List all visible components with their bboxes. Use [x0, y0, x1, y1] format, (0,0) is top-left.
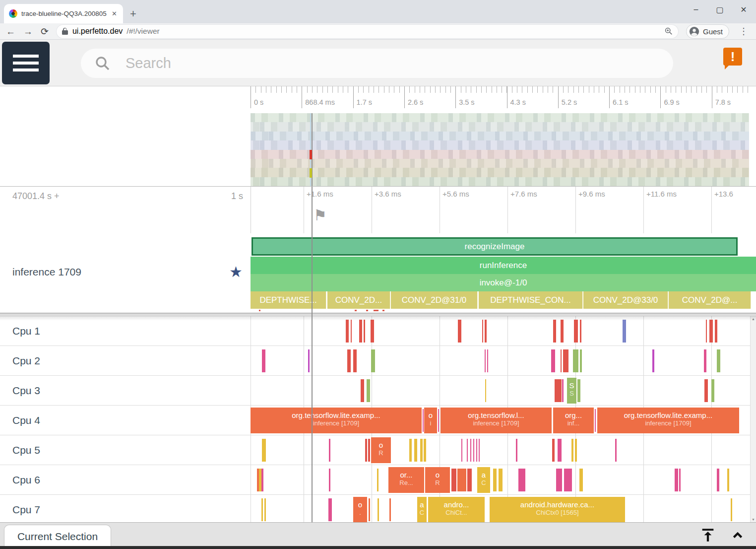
slice-run-inference[interactable]: runInference	[251, 257, 756, 274]
cpu-slice[interactable]	[371, 349, 375, 372]
cpu-slice[interactable]	[485, 320, 487, 343]
cpu-slice[interactable]	[487, 349, 488, 372]
cpu-slice[interactable]	[261, 498, 263, 521]
expand-panel-icon[interactable]	[729, 527, 746, 544]
cpu-slice[interactable]	[717, 349, 720, 372]
cpu-slice[interactable]	[706, 320, 707, 343]
dock-to-top-icon[interactable]	[699, 527, 716, 544]
report-error-button[interactable]: !	[723, 48, 742, 66]
cpu-slice[interactable]	[346, 320, 349, 343]
cpu-slice[interactable]	[467, 469, 472, 491]
cpu-slice[interactable]	[262, 439, 266, 462]
scrollbar-down-icon[interactable]: ▼	[751, 518, 756, 521]
cpu-slice[interactable]: org.tensorflow.lite.examp...inference [1…	[251, 408, 422, 433]
track-label-inference[interactable]: inference 1709	[12, 266, 81, 278]
cpu-slice[interactable]	[562, 379, 564, 402]
cpu-slice[interactable]	[365, 439, 367, 462]
cpu-track-label[interactable]: Cpu 5	[12, 435, 40, 465]
zoom-page-icon[interactable]	[664, 27, 673, 36]
minimap-band[interactable]	[251, 150, 749, 159]
cpu-slice[interactable]	[361, 379, 364, 402]
cpu-slice[interactable]	[574, 320, 578, 343]
cpu-slice[interactable]	[424, 439, 426, 462]
trace-overview-minimap[interactable]	[0, 113, 756, 187]
pin-star-icon[interactable]: ★	[229, 263, 243, 280]
cpu-track-label[interactable]: Cpu 7	[12, 495, 40, 522]
cpu-slice[interactable]	[553, 320, 556, 343]
cpu-slice[interactable]	[615, 439, 617, 462]
browser-menu-icon[interactable]: ⋮	[737, 26, 750, 37]
cpu-slice[interactable]	[414, 439, 417, 462]
cpu-slice[interactable]: android.hardware.ca...ChiCtx0 [1565]	[490, 497, 625, 522]
cpu-slice[interactable]	[577, 379, 580, 402]
op-slice[interactable]: CONV_2D@33/0	[583, 291, 668, 309]
cpu-slice[interactable]	[580, 320, 581, 343]
cpu-slice[interactable]	[378, 498, 379, 521]
search-bar[interactable]	[81, 49, 673, 78]
cpu-slice[interactable]	[367, 379, 370, 402]
cpu-slice[interactable]	[467, 439, 468, 462]
cpu-slice[interactable]	[377, 469, 378, 491]
cpu-slice[interactable]	[717, 469, 719, 491]
cpu-slice[interactable]	[715, 320, 717, 343]
cpu-slice[interactable]	[451, 469, 456, 491]
cpu-slice[interactable]	[679, 469, 681, 491]
cpu-slice[interactable]	[731, 498, 732, 521]
cpu-slice[interactable]	[516, 439, 517, 462]
cpu-slice[interactable]	[711, 379, 714, 402]
profile-chip[interactable]: Guest	[686, 24, 729, 39]
cpu-slice[interactable]	[482, 320, 483, 343]
search-input[interactable]	[126, 55, 660, 71]
slice-invoke[interactable]: invoke@-1/0	[251, 274, 756, 291]
cpu-slice[interactable]	[351, 320, 352, 343]
op-slice[interactable]: CONV_2D...	[327, 291, 390, 309]
cpu-slice[interactable]	[423, 409, 424, 432]
cpu-slice[interactable]	[461, 439, 462, 462]
cpu-slice[interactable]	[359, 320, 362, 343]
cpu-slice[interactable]	[420, 439, 423, 462]
cpu-slice[interactable]	[328, 498, 332, 521]
flag-marker-icon[interactable]: ⚑	[314, 206, 327, 224]
tab-current-selection[interactable]: Current Selection	[4, 525, 111, 549]
cpu-slice[interactable]	[353, 349, 357, 372]
cpu-slice[interactable]	[579, 469, 583, 491]
tab-close-icon[interactable]: ✕	[111, 10, 118, 17]
cpu-track-label[interactable]: Cpu 4	[12, 406, 40, 435]
cpu-slice[interactable]: oR	[371, 437, 391, 463]
minimap-band[interactable]	[251, 159, 749, 168]
cpu-slice[interactable]	[409, 439, 412, 462]
cpu-slice[interactable]	[485, 379, 486, 402]
cpu-slice[interactable]	[369, 498, 370, 521]
cpu-slice[interactable]: aC	[477, 467, 490, 493]
cpu-slice[interactable]	[727, 469, 729, 491]
cpu-slice[interactable]	[561, 320, 564, 343]
cpu-slice[interactable]: oR	[425, 467, 450, 493]
minimap-band[interactable]	[251, 113, 749, 122]
cpu-slice[interactable]	[623, 320, 626, 343]
cpu-slice[interactable]	[571, 439, 573, 462]
cpu-slice[interactable]	[476, 439, 477, 462]
slice-recognize-image[interactable]: recognizeImage	[252, 237, 738, 256]
cpu-slice[interactable]	[371, 320, 374, 343]
cpu-slice[interactable]	[389, 498, 391, 521]
cpu-track-label[interactable]: Cpu 3	[12, 376, 40, 405]
sidebar-menu-button[interactable]	[2, 42, 50, 84]
cpu-slice[interactable]	[564, 469, 572, 491]
cpu-slice[interactable]	[563, 349, 568, 372]
cpu-slice[interactable]	[368, 439, 370, 462]
cpu-slice[interactable]: org...inf...	[553, 408, 594, 433]
cpu-slice[interactable]	[518, 469, 525, 491]
cpu-slice[interactable]	[470, 439, 471, 462]
cpu-slice[interactable]	[457, 469, 466, 491]
cpu-track-label[interactable]: Cpu 2	[12, 346, 40, 375]
cpu-slice[interactable]: SS	[567, 378, 576, 404]
cpu-slice[interactable]	[329, 439, 330, 462]
minimap-band[interactable]	[251, 168, 749, 177]
cpu-slice[interactable]	[551, 349, 555, 372]
minimap-band[interactable]	[251, 140, 749, 149]
cpu-slice[interactable]	[261, 469, 263, 491]
op-slice[interactable]: CONV_2D@...	[669, 291, 751, 309]
cpu-track-label[interactable]: Cpu 1	[12, 316, 40, 345]
new-tab-button[interactable]: +	[130, 8, 136, 19]
cpu-slice[interactable]	[485, 349, 486, 372]
